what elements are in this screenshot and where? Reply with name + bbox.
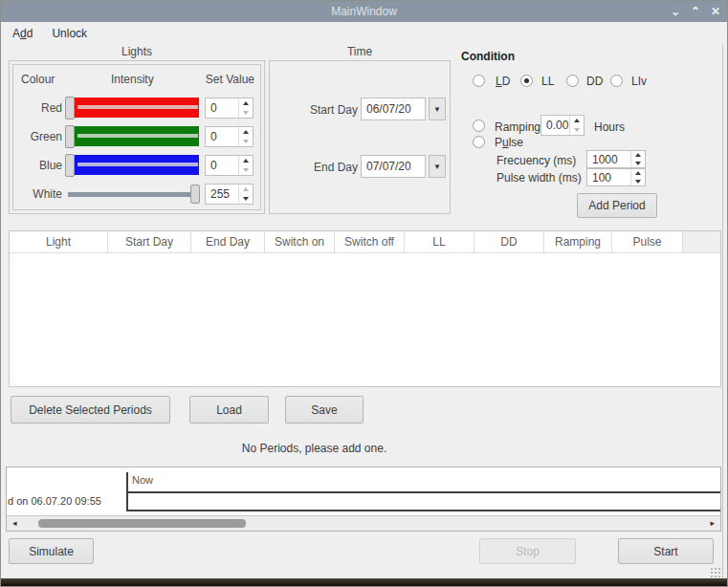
scrollbar-thumb[interactable] bbox=[38, 519, 246, 528]
frequency-spin-arrows bbox=[630, 151, 645, 167]
resize-grip[interactable] bbox=[710, 567, 723, 577]
radio-ramping[interactable] bbox=[473, 120, 485, 132]
col-switch-off[interactable]: Switch off bbox=[335, 231, 405, 252]
menu-add-post: d bbox=[27, 27, 33, 40]
time-group-title: Time bbox=[269, 45, 451, 58]
pulse-width-spinbox[interactable]: 100 bbox=[586, 168, 646, 186]
col-light[interactable]: Light bbox=[10, 231, 108, 252]
slider-track-line bbox=[77, 105, 198, 109]
col-ll[interactable]: LL bbox=[405, 231, 474, 252]
spin-down-icon[interactable] bbox=[239, 137, 253, 146]
add-period-button[interactable]: Add Period bbox=[577, 193, 657, 218]
col-pulse[interactable]: Pulse bbox=[612, 231, 683, 252]
spin-up-icon[interactable] bbox=[570, 116, 584, 125]
red-slider-groove bbox=[67, 98, 199, 118]
table-header-spacer bbox=[683, 231, 720, 252]
spin-down-icon[interactable] bbox=[239, 194, 253, 204]
spin-up-icon[interactable] bbox=[239, 185, 253, 194]
radio-liv[interactable] bbox=[610, 75, 623, 87]
set-value-column-header: Set Value bbox=[206, 73, 254, 86]
spin-up-icon[interactable] bbox=[239, 127, 253, 137]
col-end-day[interactable]: End Day bbox=[191, 231, 265, 252]
blue-slider-handle[interactable] bbox=[65, 154, 75, 177]
periods-table: Light Start Day End Day Switch on Switch… bbox=[9, 230, 721, 387]
spin-down-icon[interactable] bbox=[570, 125, 584, 135]
start-day-dropdown-icon[interactable]: ▼ bbox=[429, 98, 446, 120]
end-day-dropdown-icon[interactable]: ▼ bbox=[429, 155, 446, 178]
start-day-field[interactable]: 06/07/20 bbox=[361, 98, 426, 120]
col-ramping[interactable]: Ramping bbox=[544, 231, 612, 252]
green-value-spinbox[interactable]: 0 bbox=[205, 126, 254, 147]
red-value-spinbox[interactable]: 0 bbox=[205, 98, 254, 119]
light-row-red: Red 0 bbox=[13, 97, 260, 120]
ramping-hours-spinbox[interactable]: 0.00 bbox=[540, 115, 585, 136]
delete-selected-periods-button[interactable]: Delete Selected Periods bbox=[11, 396, 170, 424]
green-intensity-slider[interactable] bbox=[65, 125, 200, 148]
spin-up-icon[interactable] bbox=[631, 151, 645, 160]
timeline-hscrollbar[interactable]: ◂ ▸ bbox=[7, 515, 720, 531]
blue-slider-groove bbox=[67, 155, 199, 175]
simulate-button[interactable]: Simulate bbox=[9, 538, 94, 564]
scroll-left-icon[interactable]: ◂ bbox=[12, 518, 17, 529]
time-groupbox: Start Day 06/07/20 ▼ End Day 07/07/20 ▼ bbox=[269, 60, 451, 214]
frequency-spinbox[interactable]: 1000 bbox=[586, 150, 646, 168]
green-slider-handle[interactable] bbox=[65, 125, 75, 148]
right-edge-separator bbox=[722, 44, 723, 575]
colour-column-header: Colour bbox=[21, 73, 55, 86]
col-dd[interactable]: DD bbox=[474, 231, 544, 252]
desktop-background-strip bbox=[1, 578, 727, 586]
titlebar[interactable]: MainWindow bbox=[1, 1, 727, 22]
spin-up-icon[interactable] bbox=[631, 169, 645, 178]
blue-spin-value: 0 bbox=[206, 156, 238, 175]
main-window: MainWindow ⌄ ⌃ ✕ Add Unlock Lights Colou… bbox=[0, 0, 728, 587]
timeline-band bbox=[128, 491, 720, 511]
ramping-unit-label: Hours bbox=[594, 120, 625, 134]
frequency-label: Frecuency (ms) bbox=[496, 154, 576, 167]
pulse-post: lse bbox=[509, 136, 523, 149]
menu-add[interactable]: Add bbox=[11, 25, 34, 42]
pulse-mnemonic: u bbox=[502, 136, 509, 149]
spin-up-icon[interactable] bbox=[239, 98, 253, 108]
blue-value-spinbox[interactable]: 0 bbox=[205, 155, 254, 176]
radio-pulse[interactable] bbox=[473, 136, 485, 148]
blue-label: Blue bbox=[13, 159, 62, 172]
red-intensity-slider[interactable] bbox=[65, 97, 200, 120]
scroll-right-icon[interactable]: ▸ bbox=[710, 518, 715, 529]
periods-table-body[interactable] bbox=[10, 253, 720, 387]
light-row-green: Green 0 bbox=[13, 125, 260, 148]
start-day-label: Start Day bbox=[270, 103, 358, 117]
load-button[interactable]: Load bbox=[189, 396, 269, 424]
stop-button[interactable]: Stop bbox=[479, 538, 576, 564]
col-switch-on[interactable]: Switch on bbox=[265, 231, 335, 252]
now-label: Now bbox=[132, 474, 153, 486]
save-button[interactable]: Save bbox=[285, 396, 364, 424]
frequency-value: 1000 bbox=[587, 151, 630, 167]
menu-add-mnemonic: d bbox=[20, 27, 27, 40]
pulse-label: Pulse bbox=[495, 136, 523, 149]
col-start-day[interactable]: Start Day bbox=[108, 231, 191, 252]
menu-unlock[interactable]: Unlock bbox=[50, 25, 89, 42]
radio-ld-label: LD bbox=[496, 75, 510, 88]
blue-intensity-slider[interactable] bbox=[65, 154, 200, 177]
spin-up-icon[interactable] bbox=[239, 156, 253, 165]
close-icon[interactable]: ✕ bbox=[710, 5, 721, 18]
radio-dd[interactable] bbox=[566, 75, 579, 87]
red-spin-value: 0 bbox=[206, 98, 238, 118]
start-button[interactable]: Start bbox=[618, 538, 714, 564]
radio-liv-label: LIv bbox=[631, 75, 647, 88]
spin-down-icon[interactable] bbox=[239, 165, 253, 175]
red-slider-handle[interactable] bbox=[65, 97, 75, 120]
white-value-spinbox[interactable]: 255 bbox=[205, 184, 254, 205]
spin-down-icon[interactable] bbox=[631, 178, 645, 186]
white-slider-handle[interactable] bbox=[190, 185, 200, 204]
spin-down-icon[interactable] bbox=[631, 160, 645, 168]
spin-down-icon[interactable] bbox=[239, 108, 253, 118]
radio-ll[interactable] bbox=[520, 75, 533, 87]
end-day-field[interactable]: 07/07/20 bbox=[361, 155, 426, 178]
minimize-icon[interactable]: ⌄ bbox=[670, 5, 681, 18]
maximize-icon[interactable]: ⌃ bbox=[690, 5, 701, 18]
slider-track-line bbox=[77, 134, 198, 138]
radio-ld[interactable] bbox=[473, 75, 485, 87]
white-intensity-slider[interactable] bbox=[65, 183, 200, 206]
red-label: Red bbox=[13, 101, 62, 115]
